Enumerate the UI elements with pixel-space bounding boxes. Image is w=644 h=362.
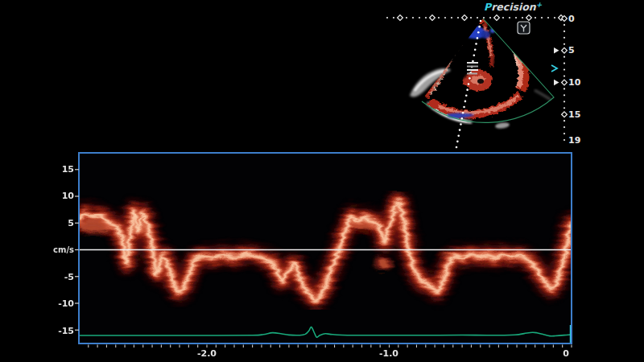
graphics-layer <box>0 0 644 362</box>
precision-body: recision <box>491 1 536 13</box>
velocity-label-15: 15 <box>42 164 74 175</box>
velocity-label-5: 5 <box>42 218 74 228</box>
marker-triangle-icon <box>554 80 559 85</box>
precision-mode-label: Precision+ <box>484 1 542 13</box>
focus-chevron-icon[interactable] <box>551 65 557 72</box>
velocity-label-neg15: -15 <box>42 326 74 336</box>
bmode-image-area[interactable] <box>386 15 568 149</box>
depth-label-15: 15 <box>568 109 586 120</box>
marker-triangle-icon <box>554 47 559 53</box>
velocity-label-neg5: -5 <box>42 272 74 282</box>
spectral-plot-area[interactable] <box>74 153 573 348</box>
depth-ruler <box>562 16 568 141</box>
depth-label-19: 19 <box>568 135 586 146</box>
depth-markers <box>551 47 559 85</box>
ultrasound-screen: Precision+ 15 10 5 cm/s -5 -10 -15 -2.0 … <box>0 0 644 362</box>
lateral-ruler <box>386 15 564 21</box>
precision-plus: + <box>536 1 543 9</box>
velocity-label-neg10: -10 <box>42 298 74 309</box>
depth-label-0: 0 <box>568 14 586 24</box>
time-label-2s: -2.0 <box>191 348 223 359</box>
time-label-0s: 0 <box>554 348 578 359</box>
precision-p: P <box>484 1 491 13</box>
velocity-label-10: 10 <box>42 191 74 201</box>
probe-orientation-icon <box>518 22 530 34</box>
depth-label-5: 5 <box>568 45 586 56</box>
time-label-1s: -1.0 <box>373 348 405 359</box>
depth-label-10: 10 <box>568 77 586 88</box>
velocity-unit-label: cm/s <box>42 245 74 255</box>
time-axis-ticks <box>89 345 572 348</box>
